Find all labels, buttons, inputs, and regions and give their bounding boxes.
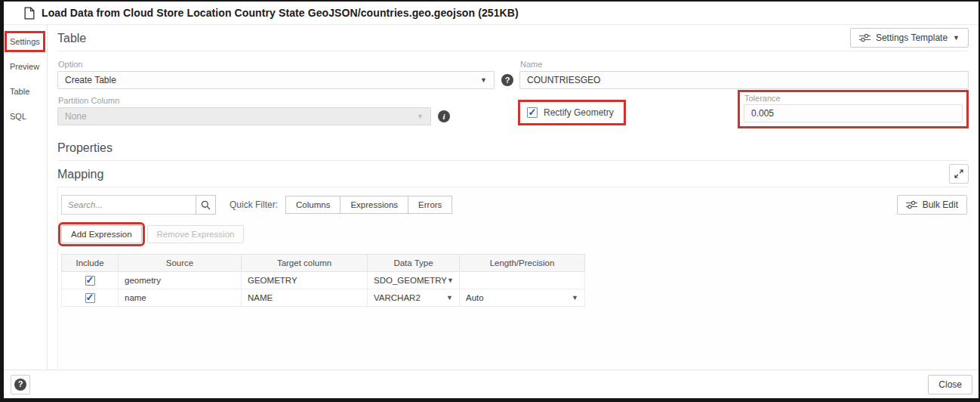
table-name-input[interactable]: COUNTRIESGEO [519,71,969,89]
table-settings-form: Option Create Table ▼ ? Partition Column [57,51,969,128]
dialog-footer: ? Close [4,370,978,398]
info-icon[interactable]: i [438,110,450,122]
partition-column-label: Partition Column [58,96,513,105]
chevron-down-icon: ▼ [953,34,960,42]
chevron-down-icon: ▼ [447,277,454,284]
table-row: ✓ name NAME VARCHAR2▼ Auto▼ [62,289,585,307]
length-value: Auto [466,293,484,302]
mapping-toolbar: Quick Filter: Columns Expressions Errors… [60,187,969,219]
sidebar-item-sql[interactable]: SQL [8,109,29,124]
check-icon: ✓ [86,292,94,302]
add-expression-button[interactable]: Add Expression [61,225,142,243]
chevron-down-icon: ▼ [446,294,453,302]
length-cell [460,272,585,289]
tolerance-label: Tolerance [744,94,963,103]
tolerance-input[interactable]: 0.005 [744,104,963,122]
mapping-section-title: Mapping [57,161,103,187]
wizard-sidebar: Settings Preview Table SQL [4,25,48,370]
name-label: Name [520,60,969,69]
rectify-geometry-field: ✓ Rectify Geometry [521,103,623,122]
column-header-length: Length/Precision [460,255,585,272]
filter-errors-button[interactable]: Errors [408,196,452,214]
include-checkbox[interactable]: ✓ [85,276,95,286]
rectify-geometry-label: Rectify Geometry [544,107,614,118]
close-button[interactable]: Close [928,375,972,394]
tolerance-value: 0.005 [751,108,774,119]
datatype-value: VARCHAR2 [374,293,421,302]
settings-template-label: Settings Template [876,32,948,43]
expand-icon [954,169,963,178]
properties-section-title: Properties [57,135,112,160]
partition-column-value: None [65,111,87,122]
target-cell[interactable]: GEOMETRY [242,272,368,289]
expression-actions: Add Expression Remove Expression [60,219,969,246]
search-button[interactable] [196,195,216,215]
help-icon[interactable]: ? [501,74,513,86]
grid-header-row: Include Source Target column Data Type L… [62,255,585,272]
properties-section-header[interactable]: Properties [57,135,969,161]
sidebar-item-preview[interactable]: Preview [8,59,42,74]
sidebar-item-table[interactable]: Table [8,84,32,99]
mapping-section-header: Mapping [57,161,969,187]
table-row: ✓ geometry GEOMETRY SDO_GEOMETRY▼ [62,272,585,289]
dialog-title-bar: Load Data from Cloud Store Location Coun… [4,2,978,25]
document-icon [24,7,35,20]
column-header-datatype: Data Type [368,255,460,272]
chevron-down-icon: ▼ [480,76,487,84]
source-cell: geometry [119,272,242,289]
column-header-source: Source [119,255,242,272]
column-header-target: Target column [242,255,368,272]
datatype-select[interactable]: SDO_GEOMETRY▼ [368,272,460,289]
remove-expression-button: Remove Expression [147,225,245,243]
quick-filter-label: Quick Filter: [230,199,278,210]
quick-filter-group: Columns Expressions Errors [285,196,452,214]
help-icon: ? [14,379,26,391]
mapping-panel: Quick Filter: Columns Expressions Errors… [57,187,969,370]
search-icon [201,200,211,210]
load-data-dialog: Load Data from Cloud Store Location Coun… [0,0,980,402]
tolerance-field: Tolerance 0.005 [738,90,969,128]
option-select[interactable]: Create Table ▼ [57,71,495,89]
datatype-value: SDO_GEOMETRY [374,276,447,285]
sliders-icon [906,200,917,209]
bulk-edit-button[interactable]: Bulk Edit [897,195,967,215]
partition-column-select: None ▼ [57,107,431,125]
table-section-title: Table [57,25,86,51]
sliders-icon [859,33,871,42]
mapping-grid: Include Source Target column Data Type L… [61,254,585,307]
search-input[interactable] [61,195,196,215]
source-cell: name [119,289,242,307]
option-label: Option [58,60,513,69]
include-checkbox[interactable]: ✓ [85,293,95,303]
expand-button[interactable] [949,164,969,184]
check-icon: ✓ [529,107,537,117]
check-icon: ✓ [86,275,94,285]
sidebar-item-settings[interactable]: Settings [8,34,42,49]
settings-template-button[interactable]: Settings Template ▼ [850,28,969,48]
bulk-edit-label: Bulk Edit [923,199,958,210]
datatype-select[interactable]: VARCHAR2▼ [368,289,460,307]
column-header-include: Include [62,255,119,272]
help-button[interactable]: ? [11,375,30,394]
filter-expressions-button[interactable]: Expressions [340,196,408,214]
target-cell[interactable]: NAME [242,289,368,307]
length-select[interactable]: Auto▼ [460,289,585,307]
chevron-down-icon: ▼ [417,113,424,120]
filter-columns-button[interactable]: Columns [285,196,341,214]
option-select-value: Create Table [65,75,116,85]
table-name-value: COUNTRIESGEO [527,75,600,85]
table-section-header: Table Settings Template ▼ [57,25,969,51]
dialog-title: Load Data from Cloud Store Location Coun… [42,7,519,19]
rectify-geometry-checkbox[interactable]: ✓ [527,107,538,118]
chevron-down-icon: ▼ [572,294,578,302]
